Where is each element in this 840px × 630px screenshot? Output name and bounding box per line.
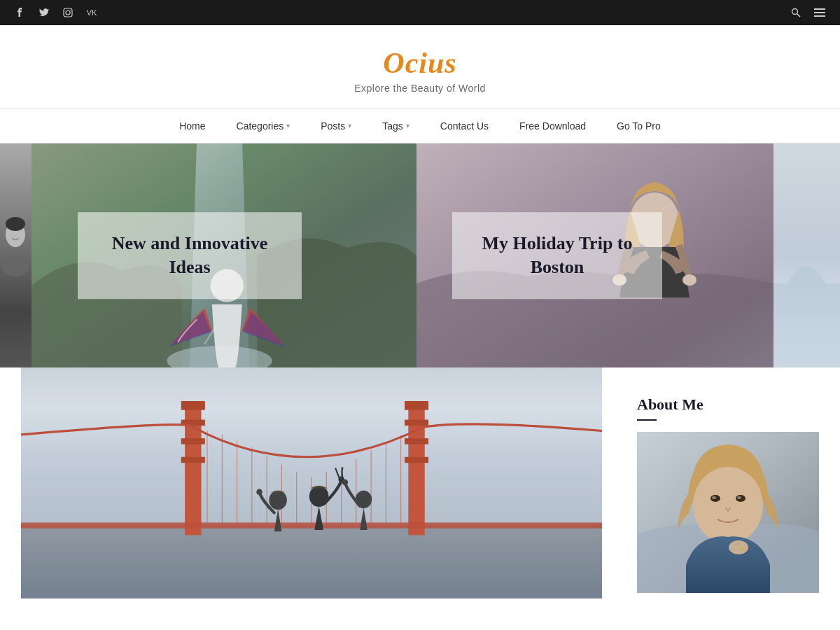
nav-item-posts: Posts ▾ [305,108,367,144]
hero-section: New and Innovative Ideas [0,144,840,368]
nav-link-posts[interactable]: Posts ▾ [305,108,367,144]
chevron-down-icon: ▾ [348,122,351,130]
sidebar: About Me [623,368,840,626]
svg-rect-53 [21,368,602,598]
hero-left-panel [0,144,31,368]
about-me-underline [637,419,657,421]
nav-item-contact: Contact Us [425,108,504,144]
hero-far-right-panel [774,144,840,368]
site-tagline: Explore the Beauty of World [14,83,826,94]
menu-icon[interactable] [813,6,826,19]
nav-link-go-to-pro[interactable]: Go To Pro [601,108,676,144]
nav-link-home[interactable]: Home [164,108,220,144]
main-nav: Home Categories ▾ Posts ▾ Tags ▾ Contact… [0,108,840,144]
twitter-icon[interactable] [38,6,50,19]
svg-rect-0 [64,8,72,17]
svg-rect-8 [0,144,31,368]
hero-slide-2-title: My Holiday Trip to Boston [479,232,636,279]
about-me-title: About Me [637,388,819,414]
nav-list: Home Categories ▾ Posts ▾ Tags ▾ Contact… [164,108,676,144]
nav-item-free-download: Free Download [504,108,601,144]
nav-link-tags[interactable]: Tags ▾ [367,108,425,144]
svg-point-62 [738,547,743,551]
svg-rect-7 [814,15,825,17]
vk-icon[interactable]: VK [85,6,98,19]
top-bar-actions [790,6,826,19]
svg-point-1 [66,10,70,15]
chevron-down-icon: ▾ [406,122,410,130]
svg-point-61 [729,540,748,554]
hero-center-panel[interactable]: New and Innovative Ideas [31,144,416,368]
site-header: Ocius Explore the Beauty of World [0,25,840,108]
top-bar: VK [0,0,840,25]
svg-point-59 [737,496,741,499]
instagram-icon[interactable] [62,6,74,19]
nav-item-categories: Categories ▾ [221,108,306,144]
hero-left-image [0,144,31,368]
chevron-down-icon: ▾ [286,122,290,130]
hero-far-right-image [774,144,840,368]
nav-item-tags: Tags ▾ [367,108,425,144]
featured-image[interactable] [21,368,602,598]
content-left [0,368,623,626]
main-content: About Me [0,368,840,626]
hero-right-panel[interactable]: My Holiday Trip to Boston [416,144,774,368]
svg-point-2 [70,10,71,10]
site-title[interactable]: Ocius [14,46,826,80]
about-me-photo [637,432,819,593]
social-links: VK [14,6,98,19]
svg-point-18 [682,274,696,286]
hero-slide-1-title: New and Innovative Ideas [104,232,275,279]
search-icon[interactable] [790,6,802,19]
svg-point-58 [712,496,716,499]
svg-rect-6 [814,12,825,13]
svg-point-10 [6,217,25,231]
nav-item-go-to-pro: Go To Pro [601,108,676,144]
svg-point-11 [1,255,29,276]
nav-link-free-download[interactable]: Free Download [504,108,601,144]
hero-slide-1-text-box[interactable]: New and Innovative Ideas [78,212,302,299]
svg-rect-5 [814,8,825,10]
about-me-image [637,432,819,593]
facebook-icon[interactable] [14,6,27,19]
svg-point-55 [693,467,763,544]
nav-link-contact[interactable]: Contact Us [425,108,504,144]
hero-slide-2-text-box[interactable]: My Holiday Trip to Boston [452,212,662,299]
nav-link-categories[interactable]: Categories ▾ [221,108,306,144]
nav-item-home: Home [164,108,220,144]
svg-point-3 [792,9,798,15]
svg-line-4 [797,14,801,18]
featured-bridge-image [21,368,602,598]
